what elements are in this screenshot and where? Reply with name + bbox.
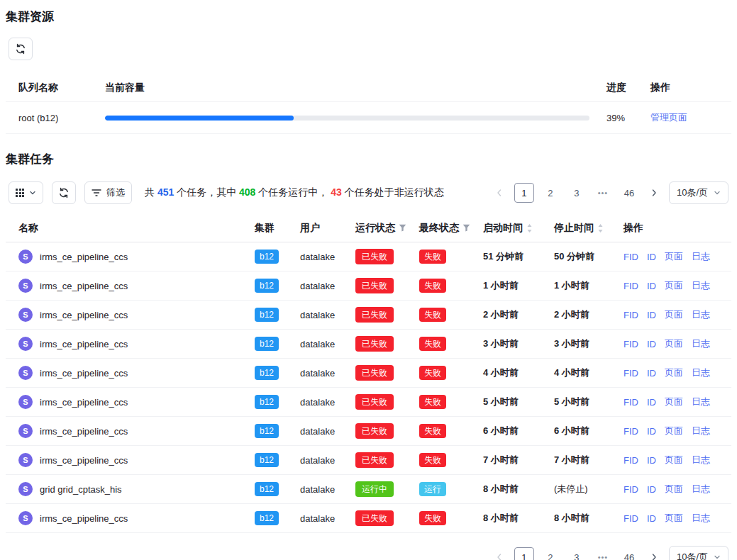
filter-button[interactable]: 筛选 — [84, 181, 132, 204]
filter-funnel-icon[interactable] — [399, 224, 406, 232]
page-link[interactable]: 页面 — [665, 454, 683, 466]
fid-link[interactable]: FID — [624, 252, 638, 262]
id-link[interactable]: ID — [647, 484, 656, 495]
table-row: S grid grid_cptask_his b12 datalake 运行中 … — [6, 475, 731, 504]
log-link[interactable]: 日志 — [692, 337, 710, 350]
col-start-time: 启动时间 — [483, 222, 554, 235]
run-status-badge: 已失败 — [355, 249, 394, 264]
log-link[interactable]: 日志 — [692, 454, 710, 466]
col-progress: 进度 — [606, 82, 650, 94]
log-link[interactable]: 日志 — [692, 396, 710, 408]
resources-table-header: 队列名称 当前容量 进度 操作 — [6, 74, 731, 101]
page-number-2[interactable]: 2 — [541, 547, 560, 560]
page-link[interactable]: 页面 — [665, 396, 683, 408]
capacity-progress-bar — [105, 116, 589, 121]
page-link[interactable]: 页面 — [665, 366, 683, 379]
task-table-body: S irms_ce_pipeline_ccs b12 datalake 已失败 … — [6, 242, 731, 533]
next-page-button[interactable] — [645, 547, 663, 560]
fid-link[interactable]: FID — [624, 455, 638, 466]
resources-refresh-button[interactable] — [9, 38, 33, 60]
page-number-3[interactable]: 3 — [567, 183, 587, 203]
prev-page-button[interactable] — [491, 183, 508, 203]
table-row: S irms_ce_pipeline_ccs b12 datalake 已失败 … — [6, 242, 731, 271]
task-user: datalake — [300, 484, 355, 495]
id-link[interactable]: ID — [647, 281, 656, 291]
resources-table: 队列名称 当前容量 进度 操作 root (b12) 39% 管理页面 — [6, 74, 731, 134]
next-page-button[interactable] — [645, 183, 663, 203]
task-user: datalake — [300, 455, 355, 466]
id-link[interactable]: ID — [647, 455, 656, 466]
fid-link[interactable]: FID — [624, 339, 638, 349]
page-number-3[interactable]: 3 — [567, 547, 587, 560]
page-link[interactable]: 页面 — [665, 279, 683, 292]
page-link[interactable]: 页面 — [665, 308, 683, 321]
filter-funnel-icon[interactable] — [462, 224, 470, 232]
table-row: S irms_ce_pipeline_ccs b12 datalake 已失败 … — [6, 417, 731, 446]
task-stop-time: 8 小时前 — [554, 512, 624, 525]
filter-lines-icon — [92, 189, 101, 197]
log-link[interactable]: 日志 — [692, 366, 710, 379]
cluster-badge: b12 — [255, 482, 279, 496]
task-stop-time: 5 小时前 — [554, 396, 624, 408]
queue-name: root (b12) — [18, 113, 105, 123]
log-link[interactable]: 日志 — [692, 425, 710, 437]
page-link[interactable]: 页面 — [665, 512, 683, 525]
task-stop-time: 1 小时前 — [554, 279, 624, 292]
fid-link[interactable]: FID — [624, 513, 638, 524]
task-avatar: S — [18, 395, 33, 409]
col-task-actions: 操作 — [624, 222, 731, 235]
sort-icon[interactable] — [526, 223, 533, 233]
page-link[interactable]: 页面 — [665, 337, 683, 350]
page-number-2[interactable]: 2 — [541, 183, 560, 203]
chevron-down-icon — [714, 554, 721, 560]
refresh-icon — [58, 187, 70, 198]
page-jump-ellipsis[interactable]: ••• — [593, 547, 613, 560]
chevron-down-icon — [714, 189, 721, 196]
table-row: S irms_ce_pipeline_ccs b12 datalake 已失败 … — [6, 388, 731, 417]
log-link[interactable]: 日志 — [692, 308, 710, 321]
log-link[interactable]: 日志 — [692, 250, 710, 263]
id-link[interactable]: ID — [647, 368, 656, 379]
id-link[interactable]: ID — [647, 310, 656, 320]
run-status-badge: 已失败 — [355, 278, 394, 293]
manage-page-link[interactable]: 管理页面 — [650, 112, 687, 123]
col-cluster: 集群 — [255, 222, 300, 235]
task-avatar: S — [18, 366, 33, 380]
log-link[interactable]: 日志 — [692, 512, 710, 525]
id-link[interactable]: ID — [647, 339, 656, 349]
page-size-select[interactable]: 10条/页 — [669, 546, 728, 560]
fid-link[interactable]: FID — [624, 397, 638, 408]
page-number-46[interactable]: 46 — [619, 547, 639, 560]
fid-link[interactable]: FID — [624, 484, 638, 495]
tasks-toolbar: 筛选 共 451 个任务，其中 408 个任务运行中， 43 个任务处于非运行状… — [6, 181, 731, 204]
fid-link[interactable]: FID — [624, 426, 638, 437]
fid-link[interactable]: FID — [624, 368, 638, 379]
table-row: S irms_ce_pipeline_ccs b12 datalake 已失败 … — [6, 330, 731, 359]
view-options-button[interactable] — [9, 181, 43, 204]
final-status-badge: 失败 — [419, 337, 446, 351]
id-link[interactable]: ID — [647, 426, 656, 437]
task-avatar: S — [18, 453, 33, 467]
id-link[interactable]: ID — [647, 252, 656, 262]
page-number-1[interactable]: 1 — [514, 183, 534, 203]
log-link[interactable]: 日志 — [692, 483, 710, 495]
col-resource-actions: 操作 — [650, 82, 727, 94]
page-link[interactable]: 页面 — [665, 425, 683, 437]
log-link[interactable]: 日志 — [692, 279, 710, 292]
fid-link[interactable]: FID — [624, 310, 638, 320]
table-row: S irms_ce_pipeline_ccs b12 datalake 已失败 … — [6, 446, 731, 475]
page-jump-ellipsis[interactable]: ••• — [593, 183, 613, 203]
id-link[interactable]: ID — [647, 513, 656, 524]
page-link[interactable]: 页面 — [665, 250, 683, 263]
id-link[interactable]: ID — [647, 397, 656, 408]
sort-icon[interactable] — [597, 223, 604, 233]
prev-page-button[interactable] — [491, 547, 508, 560]
page-link[interactable]: 页面 — [665, 483, 683, 495]
task-name: irms_ce_pipeline_ccs — [40, 455, 128, 466]
fid-link[interactable]: FID — [624, 281, 638, 291]
page-number-1[interactable]: 1 — [514, 547, 534, 560]
task-start-time: 1 小时前 — [483, 279, 554, 292]
page-size-select[interactable]: 10条/页 — [669, 181, 728, 204]
tasks-refresh-button[interactable] — [52, 181, 76, 204]
page-number-46[interactable]: 46 — [619, 183, 639, 203]
